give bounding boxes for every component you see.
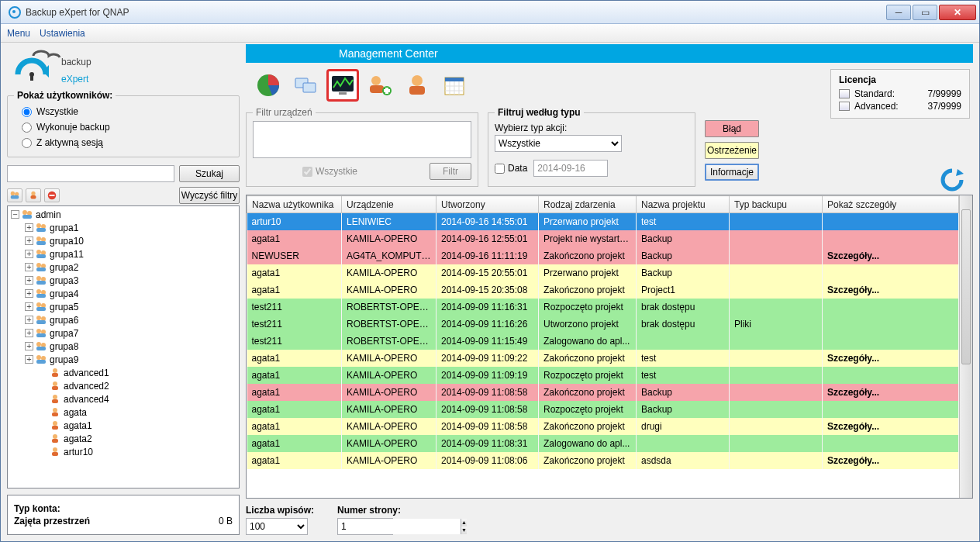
tree-user[interactable]: agata [9, 406, 239, 419]
details-link[interactable]: Szczegóły... [823, 452, 959, 469]
users-pair-icon[interactable] [7, 188, 22, 202]
tree-group[interactable]: +grupa6 [9, 313, 239, 326]
cell: Przerwano projekt [539, 213, 637, 230]
tag-warn-button[interactable]: Ostrzeżenie [705, 142, 759, 159]
column-header[interactable]: Urządzenie [342, 196, 437, 213]
device-filter-text[interactable] [253, 121, 471, 158]
device-filter-group: Filtr urządzeń Wszystkie Filtr [246, 112, 478, 187]
table-row[interactable]: test211ROBERTST-OPERO2014-09-09 11:16:31… [247, 299, 959, 316]
user-tree[interactable]: −admin+grupa1+grupa10+grupa11+grupa2+gru… [7, 205, 240, 488]
cell: Project1 [637, 281, 730, 299]
tree-group[interactable]: +grupa9 [9, 353, 239, 366]
device-filter-button[interactable]: Filtr [430, 163, 471, 180]
column-header[interactable]: Pokaż szczegóły [823, 196, 959, 213]
refresh-button[interactable] [939, 167, 965, 193]
menu-item[interactable]: Menu [7, 28, 30, 39]
count-select[interactable]: 100 [246, 518, 308, 535]
radio-backup[interactable]: Wykonuje backup [22, 122, 131, 133]
tree-user[interactable]: agata1 [9, 419, 239, 432]
tag-error-button[interactable]: Błąd [705, 120, 759, 137]
date-picker[interactable] [533, 160, 608, 177]
tree-user[interactable]: advanced1 [9, 366, 239, 379]
scrollbar[interactable] [959, 195, 972, 498]
tree-group[interactable]: +grupa11 [9, 247, 239, 261]
radio-session[interactable]: Z aktywną sesją [22, 137, 131, 148]
license-std-icon [839, 89, 850, 98]
table-row[interactable]: agata1KAMILA-OPERO2014-09-09 11:08:58Roz… [247, 401, 959, 418]
column-header[interactable]: Typ backupu [730, 196, 823, 213]
table-row[interactable]: agata1KAMILA-OPERO2014-09-09 11:08:31Zal… [247, 435, 959, 452]
cell: brak dostępu [637, 299, 730, 316]
table-row[interactable]: agata1KAMILA-OPERO2014-09-16 12:55:01Pro… [247, 230, 959, 247]
table-row[interactable]: agata1KAMILA-OPERO2014-09-09 11:09:19Roz… [247, 367, 959, 384]
tag-info-button[interactable]: Informacje [705, 164, 759, 181]
details-link[interactable]: Szczegóły... [823, 384, 959, 401]
tree-group[interactable]: +grupa7 [9, 326, 239, 340]
cell: agata1 [247, 367, 342, 384]
spin-up-icon[interactable]: ▲ [461, 519, 467, 526]
tree-user[interactable]: advanced4 [9, 392, 239, 406]
table-row[interactable]: test211ROBERTST-OPERO2014-09-09 11:15:49… [247, 333, 959, 350]
maximize-button[interactable]: ▭ [913, 5, 937, 20]
table-row[interactable]: agata1KAMILA-OPERO2014-09-09 11:09:22Zak… [247, 350, 959, 367]
column-header[interactable]: Utworzony [437, 196, 539, 213]
pie-chart-icon[interactable] [252, 69, 285, 102]
table-row[interactable]: agata1KAMILA-OPERO2014-09-15 20:35:08Zak… [247, 281, 959, 299]
table-row[interactable]: artur10LENIWIEC2014-09-16 14:55:01Przerw… [247, 213, 959, 230]
table-row[interactable]: agata1KAMILA-OPERO2014-09-15 20:55:01Prz… [247, 264, 959, 281]
details-link[interactable]: Szczegóły... [823, 418, 959, 435]
minimize-button[interactable]: ─ [886, 5, 911, 20]
svg-rect-64 [303, 83, 316, 92]
add-user-icon[interactable] [364, 69, 396, 102]
cell: ROBERTST-OPERO [342, 316, 437, 333]
tree-user[interactable]: advanced2 [9, 379, 239, 392]
user-icon[interactable] [401, 69, 433, 102]
page-spinner[interactable]: ▲▼ [337, 518, 393, 535]
svg-rect-29 [36, 281, 46, 285]
tree-group[interactable]: +grupa1 [9, 221, 239, 234]
table-row[interactable]: agata1KAMILA-OPERO2014-09-09 11:08:58Zak… [247, 384, 959, 401]
user-single-icon[interactable] [26, 188, 41, 202]
tree-group[interactable]: +grupa10 [9, 234, 239, 247]
cell [637, 333, 730, 350]
computers-icon[interactable] [289, 69, 322, 102]
tree-group[interactable]: +grupa8 [9, 340, 239, 353]
svg-rect-51 [52, 386, 58, 390]
details-link[interactable]: Szczegóły... [823, 247, 959, 264]
search-button[interactable]: Szukaj [179, 165, 240, 182]
spin-down-icon[interactable]: ▼ [461, 526, 467, 534]
column-header[interactable]: Nazwa projektu [637, 196, 730, 213]
cell: 2014-09-15 20:55:01 [437, 264, 539, 281]
monitor-chart-icon[interactable] [326, 69, 359, 102]
radio-all[interactable]: Wszystkie [22, 106, 131, 117]
tree-user[interactable]: artur10 [9, 445, 239, 458]
events-table[interactable]: Nazwa użytkownikaUrządzenieUtworzonyRodz… [247, 195, 959, 498]
tree-group[interactable]: +grupa2 [9, 261, 239, 274]
license-row: Advanced:37/9999 [839, 101, 961, 112]
menu-item[interactable]: Ustawienia [40, 28, 85, 39]
close-button[interactable]: ✕ [939, 5, 976, 20]
table-row[interactable]: agata1KAMILA-OPERO2014-09-09 11:08:06Zak… [247, 452, 959, 469]
action-select[interactable]: Wszystkie [495, 135, 622, 152]
tree-group[interactable]: +grupa4 [9, 287, 239, 300]
clear-filters-button[interactable]: Wyczyść filtry [179, 187, 240, 204]
search-input[interactable] [7, 165, 174, 182]
cell: 2014-09-09 11:08:58 [437, 418, 539, 435]
cell: Zakończono projekt [539, 384, 637, 401]
tree-root[interactable]: −admin [9, 208, 239, 221]
svg-rect-23 [36, 254, 46, 258]
column-header[interactable]: Nazwa użytkownika [247, 196, 342, 213]
device-filter-all-chk[interactable]: Wszystkie [259, 166, 357, 177]
tree-user[interactable]: agata2 [9, 432, 239, 445]
table-row[interactable]: NEWUSERAG4TA_KOMPUTER2014-09-16 11:11:19… [247, 247, 959, 264]
details-link[interactable]: Szczegóły... [823, 350, 959, 367]
date-chk[interactable]: Data [495, 163, 527, 174]
table-row[interactable]: test211ROBERTST-OPERO2014-09-09 11:16:26… [247, 316, 959, 333]
tree-group[interactable]: +grupa5 [9, 300, 239, 313]
table-row[interactable]: agata1KAMILA-OPERO2014-09-09 11:08:58Zak… [247, 418, 959, 435]
tree-group[interactable]: +grupa3 [9, 274, 239, 287]
column-header[interactable]: Rodzaj zdarzenia [539, 196, 637, 213]
details-link[interactable]: Szczegóły... [823, 281, 959, 299]
calendar-icon[interactable] [438, 69, 471, 102]
remove-icon[interactable] [44, 188, 60, 202]
